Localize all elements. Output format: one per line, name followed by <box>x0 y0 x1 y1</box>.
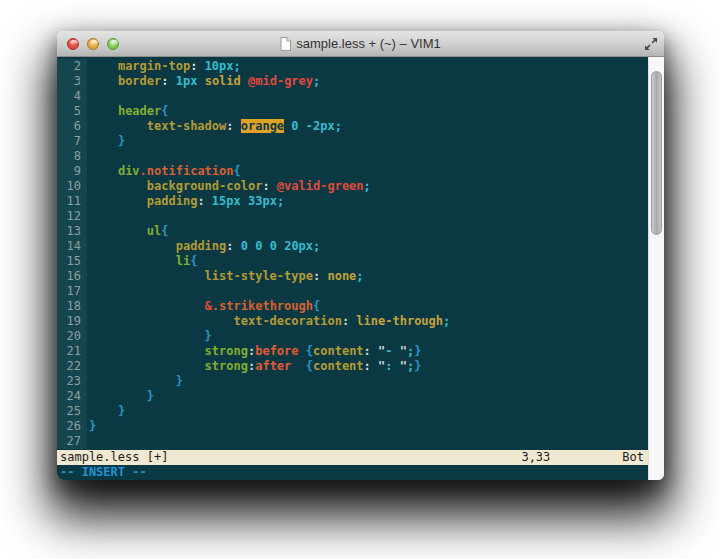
code-line: 21 strong:before {content: "- ";} <box>57 344 648 359</box>
line-number: 17 <box>57 284 87 299</box>
code-text: background-color: @valid-green; <box>87 179 371 194</box>
mode-indicator: -- INSERT -- <box>57 465 648 480</box>
line-number: 21 <box>57 344 87 359</box>
line-number: 8 <box>57 149 87 164</box>
code-line: 4 <box>57 89 648 104</box>
title-bar[interactable]: sample.less + (~) – VIM1 <box>57 31 664 57</box>
line-number: 7 <box>57 134 87 149</box>
code-line: 23 } <box>57 374 648 389</box>
status-file: sample.less [+] <box>60 450 168 465</box>
code-line: 20 } <box>57 329 648 344</box>
terminal-window: sample.less + (~) – VIM1 2 margin-top: 1… <box>57 31 664 480</box>
code-text: div.notification{ <box>87 164 241 179</box>
code-line: 9 div.notification{ <box>57 164 648 179</box>
zoom-button[interactable] <box>107 38 119 50</box>
code-area[interactable]: 2 margin-top: 10px;3 border: 1px solid @… <box>57 57 648 450</box>
line-number: 20 <box>57 329 87 344</box>
code-line: 26} <box>57 419 648 434</box>
minimize-button[interactable] <box>87 38 99 50</box>
code-text: } <box>87 374 183 389</box>
line-number: 25 <box>57 404 87 419</box>
line-number: 27 <box>57 434 87 449</box>
line-number: 6 <box>57 119 87 134</box>
code-line: 18 &.strikethrough{ <box>57 299 648 314</box>
code-text: padding: 15px 33px; <box>87 194 284 209</box>
status-position: Bot <box>622 450 644 465</box>
code-line: 7 } <box>57 134 648 149</box>
line-number: 9 <box>57 164 87 179</box>
code-line: 22 strong:after {content: ": ";} <box>57 359 648 374</box>
status-bar: sample.less [+] 3,33 Bot <box>57 450 648 465</box>
line-number: 16 <box>57 269 87 284</box>
window-title: sample.less + (~) – VIM1 <box>296 36 441 51</box>
document-icon <box>280 37 291 51</box>
code-line: 24 } <box>57 389 648 404</box>
code-line: 16 list-style-type: none; <box>57 269 648 284</box>
scrollbar[interactable] <box>648 57 664 480</box>
code-text: strong:after {content: ": ";} <box>87 359 421 374</box>
code-line: 13 ul{ <box>57 224 648 239</box>
line-number: 4 <box>57 89 87 104</box>
code-text: padding: 0 0 0 20px; <box>87 239 320 254</box>
code-text: ul{ <box>87 224 168 239</box>
line-number: 5 <box>57 104 87 119</box>
close-button[interactable] <box>67 38 79 50</box>
code-line: 5 header{ <box>57 104 648 119</box>
code-text: margin-top: 10px; <box>87 59 241 74</box>
line-number: 22 <box>57 359 87 374</box>
code-line: 15 li{ <box>57 254 648 269</box>
line-number: 13 <box>57 224 87 239</box>
code-text <box>87 434 89 449</box>
line-number: 14 <box>57 239 87 254</box>
line-number: 12 <box>57 209 87 224</box>
code-text <box>87 149 89 164</box>
code-line: 10 background-color: @valid-green; <box>57 179 648 194</box>
code-line: 2 margin-top: 10px; <box>57 59 648 74</box>
code-text: header{ <box>87 104 169 119</box>
line-number: 10 <box>57 179 87 194</box>
code-text: &.strikethrough{ <box>87 299 320 314</box>
code-line: 17 <box>57 284 648 299</box>
code-line: 11 padding: 15px 33px; <box>57 194 648 209</box>
line-number: 18 <box>57 299 87 314</box>
code-line: 12 <box>57 209 648 224</box>
code-text: } <box>87 389 154 404</box>
line-number: 11 <box>57 194 87 209</box>
window-controls <box>67 38 119 50</box>
code-text: } <box>87 404 125 419</box>
code-text: } <box>87 134 125 149</box>
code-text <box>87 89 89 104</box>
code-text <box>87 209 89 224</box>
code-text: text-decoration: line-through; <box>87 314 450 329</box>
line-number: 23 <box>57 374 87 389</box>
code-line: 8 <box>57 149 648 164</box>
code-text: } <box>87 419 96 434</box>
fullscreen-icon[interactable] <box>644 37 658 51</box>
line-number: 3 <box>57 74 87 89</box>
code-text: text-shadow: orange 0 -2px; <box>87 119 342 134</box>
code-line: 14 padding: 0 0 0 20px; <box>57 239 648 254</box>
line-number: 15 <box>57 254 87 269</box>
scrollbar-thumb[interactable] <box>651 71 662 235</box>
code-text: } <box>87 329 212 344</box>
line-number: 24 <box>57 389 87 404</box>
status-ruler: 3,33 <box>521 450 550 465</box>
line-number: 2 <box>57 59 87 74</box>
window-body: 2 margin-top: 10px;3 border: 1px solid @… <box>57 57 664 480</box>
window-title-group: sample.less + (~) – VIM1 <box>57 31 664 56</box>
code-line: 19 text-decoration: line-through; <box>57 314 648 329</box>
line-number: 19 <box>57 314 87 329</box>
code-text <box>87 284 89 299</box>
code-line: 3 border: 1px solid @mid-grey; <box>57 74 648 89</box>
vim-editor: 2 margin-top: 10px;3 border: 1px solid @… <box>57 57 648 480</box>
code-text: list-style-type: none; <box>87 269 364 284</box>
code-line: 27 <box>57 434 648 449</box>
code-text: strong:before {content: "- ";} <box>87 344 421 359</box>
code-text: li{ <box>87 254 197 269</box>
line-number: 26 <box>57 419 87 434</box>
code-text: border: 1px solid @mid-grey; <box>87 74 320 89</box>
code-line: 6 text-shadow: orange 0 -2px; <box>57 119 648 134</box>
code-line: 25 } <box>57 404 648 419</box>
